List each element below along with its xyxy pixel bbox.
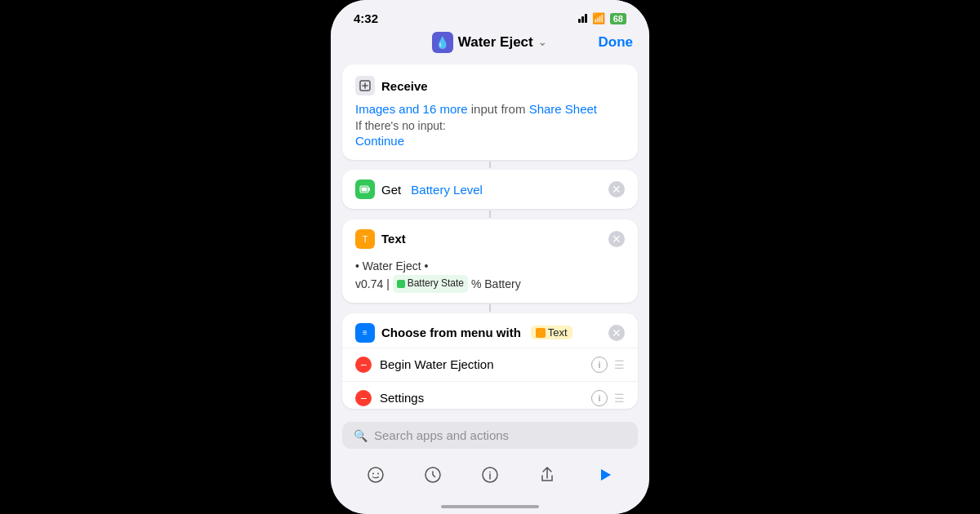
text-card-header-left: T Text <box>355 229 406 249</box>
receive-body: Images and 16 more input from Share Shee… <box>355 100 625 119</box>
battery-state-badge: Battery State <box>393 275 468 292</box>
get-remove-button[interactable]: ✕ <box>608 181 625 197</box>
svg-point-5 <box>372 473 374 475</box>
scroll-area: Receive Images and 16 more input from Sh… <box>331 61 649 415</box>
info-button[interactable] <box>475 460 505 490</box>
clock-button[interactable] <box>418 460 448 490</box>
text-icon: T <box>355 229 375 249</box>
text-card-title: Text <box>381 232 406 246</box>
no-input-label: If there's no input: <box>355 119 625 132</box>
battery-state-label: Battery State <box>408 276 464 291</box>
share-sheet-link[interactable]: Share Sheet <box>529 102 597 116</box>
nav-title: 💧 Water Eject ⌄ <box>432 32 546 53</box>
home-indicator <box>331 499 649 514</box>
chevron-down-icon[interactable]: ⌄ <box>538 37 546 48</box>
text-line1: • Water Eject • <box>355 257 625 275</box>
emoji-button[interactable] <box>361 460 390 490</box>
svg-rect-3 <box>362 188 368 192</box>
nav-title-text: Water Eject <box>458 34 533 51</box>
battery-state-dot <box>397 280 405 288</box>
menu-item-2-left: − Settings <box>355 390 424 406</box>
images-link[interactable]: Images and 16 more <box>355 102 468 116</box>
menu-item-1: − Begin Water Ejection i ☰ <box>342 348 638 381</box>
text-prefix: v0.74 | <box>355 277 393 290</box>
share-button[interactable] <box>532 460 562 490</box>
text-card-body: • Water Eject • v0.74 | Battery State % … <box>355 257 625 294</box>
input-from-text: input from <box>471 102 529 116</box>
continue-link[interactable]: Continue <box>355 134 404 148</box>
text-card: T Text ✕ • Water Eject • v0.74 | Battery… <box>342 219 638 304</box>
menu-item-1-right: i ☰ <box>591 357 625 373</box>
menu-item-1-remove[interactable]: − <box>355 357 372 373</box>
menu-item-2-remove[interactable]: − <box>355 390 372 406</box>
menu-item-2-label: Settings <box>380 391 424 405</box>
status-icons: 📶 68 <box>578 12 626 24</box>
text-remove-button[interactable]: ✕ <box>608 231 625 247</box>
menu-card-header-left: ≡ Choose from menu with Text <box>355 323 572 343</box>
text-line2: v0.74 | Battery State % Battery <box>355 275 625 293</box>
bottom-search: 🔍 Search apps and actions <box>331 415 649 455</box>
search-placeholder: Search apps and actions <box>374 428 509 442</box>
svg-marker-10 <box>601 469 611 481</box>
receive-label: Receive <box>381 79 428 93</box>
get-battery-icon <box>355 179 375 199</box>
status-bar: 4:32 📶 68 <box>331 0 649 29</box>
get-battery-left: Get Battery Level <box>355 179 483 199</box>
svg-point-4 <box>368 467 383 482</box>
menu-item-1-label: Begin Water Ejection <box>380 357 494 371</box>
text-token: Text <box>531 326 572 339</box>
status-time: 4:32 <box>354 11 378 25</box>
menu-header-text: Choose from menu with <box>381 326 521 339</box>
menu-item-1-info[interactable]: i <box>591 357 608 373</box>
get-battery-card: Get Battery Level ✕ <box>342 170 638 209</box>
wifi-icon: 📶 <box>592 12 605 24</box>
menu-remove-button[interactable]: ✕ <box>608 325 625 341</box>
menu-item-2-info[interactable]: i <box>591 390 608 406</box>
signal-icon <box>578 14 587 23</box>
battery-level-label[interactable]: Battery Level <box>411 183 483 197</box>
receive-card: Receive Images and 16 more input from Sh… <box>342 64 638 160</box>
phone-frame: 4:32 📶 68 💧 Water Eject ⌄ Done <box>331 0 649 514</box>
menu-item-2-right: i ☰ <box>591 390 625 406</box>
menu-item-2: − Settings i ☰ <box>342 381 638 409</box>
receive-icon <box>355 76 375 95</box>
menu-card: ≡ Choose from menu with Text ✕ − Begin W… <box>342 313 638 409</box>
connector-3 <box>489 304 491 312</box>
menu-card-header: ≡ Choose from menu with Text ✕ <box>342 313 638 348</box>
search-icon: 🔍 <box>354 429 368 442</box>
play-button[interactable] <box>590 460 619 490</box>
bottom-toolbar <box>331 455 649 499</box>
battery-level: 68 <box>610 13 626 24</box>
receive-card-header: Receive <box>355 76 625 95</box>
home-bar <box>441 505 539 508</box>
water-eject-icon: 💧 <box>432 32 453 53</box>
menu-item-2-drag[interactable]: ☰ <box>614 392 625 405</box>
search-box[interactable]: 🔍 Search apps and actions <box>342 422 638 449</box>
text-card-header: T Text ✕ <box>355 229 625 249</box>
svg-point-9 <box>489 472 491 473</box>
text-token-icon <box>536 328 546 338</box>
menu-item-1-drag[interactable]: ☰ <box>614 358 625 371</box>
text-token-label: Text <box>548 326 568 339</box>
menu-item-1-left: − Begin Water Ejection <box>355 357 494 373</box>
connector-1 <box>489 162 491 169</box>
get-label: Get <box>381 183 404 197</box>
pct-battery-text: % Battery <box>471 277 521 290</box>
svg-rect-2 <box>368 188 370 191</box>
svg-point-6 <box>377 473 379 475</box>
done-button[interactable]: Done <box>599 34 634 51</box>
nav-bar: 💧 Water Eject ⌄ Done <box>331 29 649 61</box>
menu-icon: ≡ <box>355 323 375 343</box>
connector-2 <box>489 210 491 218</box>
